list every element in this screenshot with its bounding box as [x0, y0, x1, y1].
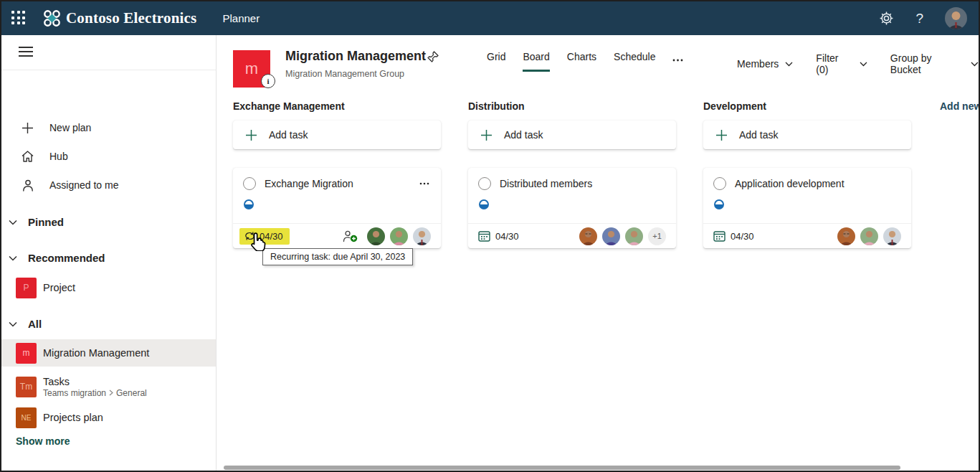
- user-avatar[interactable]: [945, 7, 967, 29]
- hamburger-menu-icon[interactable]: [19, 47, 33, 57]
- plan-icon: NE: [16, 407, 37, 428]
- assignee-avatar[interactable]: [413, 227, 431, 245]
- calendar-icon: [713, 230, 726, 242]
- add-new-bucket-link[interactable]: Add new: [940, 100, 980, 112]
- assign-person-icon[interactable]: [343, 230, 358, 242]
- in-progress-status-icon[interactable]: [714, 199, 724, 209]
- assignee-avatar[interactable]: [390, 227, 408, 245]
- task-title: Distributed members: [500, 178, 666, 189]
- add-task-button[interactable]: Add task: [468, 121, 676, 149]
- assignee-avatar[interactable]: [579, 227, 597, 245]
- sidebar-plan-migration-management[interactable]: m Migration Management: [1, 339, 216, 367]
- sidebar-plan-project[interactable]: P Project: [1, 275, 216, 301]
- sidebar-item-label: Assigned to me: [49, 179, 119, 191]
- pin-icon[interactable]: [427, 50, 439, 63]
- plus-icon: [21, 122, 34, 134]
- assignee-avatar[interactable]: [367, 227, 385, 245]
- add-task-label: Add task: [269, 129, 308, 141]
- chevron-down-icon: [9, 255, 17, 261]
- assignee-avatar[interactable]: [625, 227, 643, 245]
- info-icon[interactable]: i: [261, 74, 275, 88]
- add-task-label: Add task: [504, 129, 543, 141]
- sidebar-item-label: Hub: [49, 151, 68, 162]
- in-progress-status-icon[interactable]: [244, 199, 254, 209]
- plan-icon: m: [16, 343, 37, 364]
- chevron-down-icon: [9, 321, 17, 327]
- task-card-distributed-members[interactable]: Distributed members 04/30: [468, 168, 676, 248]
- recurring-due-date-chip[interactable]: 04/30: [239, 228, 290, 245]
- left-sidebar: New plan Hub Assigned to me Pinned Recom…: [1, 35, 217, 472]
- assignee-avatar[interactable]: [602, 227, 620, 245]
- sidebar-item-label: New plan: [49, 122, 91, 133]
- due-date: 04/30: [731, 231, 754, 242]
- plan-label: Projects plan: [43, 412, 103, 423]
- page-title: Migration Management: [285, 49, 426, 64]
- settings-gear-icon[interactable]: [879, 11, 894, 26]
- sidebar-item-new-plan[interactable]: New plan: [1, 118, 216, 138]
- tab-charts[interactable]: Charts: [567, 51, 596, 72]
- tab-schedule[interactable]: Schedule: [614, 51, 655, 72]
- chevron-down-icon: [860, 62, 867, 67]
- chevron-down-icon: [9, 220, 17, 225]
- bucket-title-distribution: Distribution: [468, 100, 525, 112]
- chevron-down-icon: [971, 62, 979, 67]
- calendar-icon: [478, 230, 490, 242]
- assignee-avatar[interactable]: [883, 227, 901, 245]
- section-label: Recommended: [28, 252, 105, 264]
- help-button[interactable]: ?: [915, 11, 923, 27]
- plan-label: Project: [43, 282, 75, 293]
- due-date-chip[interactable]: 04/30: [713, 230, 754, 242]
- chevron-right-icon: [109, 390, 113, 396]
- group-by-dropdown[interactable]: Group by Bucket: [890, 52, 979, 75]
- sidebar-item-assigned-to-me[interactable]: Assigned to me: [1, 175, 216, 195]
- assignee-overflow-badge[interactable]: +1: [648, 227, 666, 245]
- plan-breadcrumb: Teams migration General: [43, 388, 147, 398]
- show-more-link[interactable]: Show more: [16, 435, 70, 447]
- app-launcher-waffle-icon[interactable]: [11, 11, 27, 26]
- section-recommended[interactable]: Recommended: [1, 252, 216, 264]
- person-icon: [21, 179, 34, 192]
- task-card-exchange-migration[interactable]: Exchange Migration 04/30: [233, 168, 441, 248]
- assignee-avatar[interactable]: [837, 227, 855, 245]
- members-dropdown[interactable]: Members: [737, 52, 793, 75]
- task-card-application-development[interactable]: Application development 04/30: [703, 168, 911, 248]
- task-more-ellipsis-icon[interactable]: [418, 182, 431, 185]
- plus-icon: [716, 130, 727, 141]
- recurring-task-tooltip: Recurring task: due April 30, 2023: [262, 248, 413, 265]
- sidebar-plan-tasks[interactable]: Tm Tasks Teams migration General: [1, 369, 216, 404]
- in-progress-status-icon[interactable]: [479, 199, 489, 209]
- plan-icon: P: [16, 278, 37, 298]
- filter-dropdown[interactable]: Filter (0): [816, 52, 867, 75]
- due-date-chip[interactable]: 04/30: [478, 230, 519, 242]
- assignee-avatar[interactable]: [860, 227, 878, 245]
- add-task-button[interactable]: Add task: [233, 121, 441, 149]
- more-tabs-ellipsis-icon[interactable]: [672, 51, 683, 72]
- view-tabs: Grid Board Charts Schedule: [487, 51, 683, 72]
- task-complete-checkbox[interactable]: [243, 177, 256, 190]
- task-complete-checkbox[interactable]: [713, 177, 726, 190]
- task-complete-checkbox[interactable]: [478, 177, 491, 190]
- recurring-icon: [244, 232, 255, 240]
- breadcrumb-team: Teams migration: [43, 388, 106, 398]
- tab-board[interactable]: Board: [523, 51, 549, 72]
- section-label: All: [28, 318, 42, 330]
- add-task-button[interactable]: Add task: [703, 121, 911, 149]
- plan-icon: Tm: [16, 377, 37, 397]
- filter-label: Filter (0): [816, 52, 853, 75]
- horizontal-scrollbar[interactable]: [224, 466, 900, 470]
- contoso-logo-icon: [42, 9, 62, 28]
- sidebar-divider: [1, 70, 216, 70]
- sidebar-item-hub[interactable]: Hub: [1, 146, 216, 166]
- section-pinned[interactable]: Pinned: [1, 216, 216, 228]
- task-title: Exchange Migration: [265, 178, 409, 189]
- section-all[interactable]: All: [1, 318, 216, 330]
- app-title: Planner: [223, 12, 260, 24]
- bucket-title-development: Development: [703, 100, 766, 112]
- group-by-label: Group by Bucket: [890, 52, 964, 75]
- sidebar-plan-projects-plan[interactable]: NE Projects plan: [1, 405, 216, 430]
- brand-logo[interactable]: Contoso Electronics: [42, 9, 197, 28]
- sidebar-divider: [1, 471, 216, 471]
- due-date: 04/30: [495, 231, 519, 242]
- home-icon: [21, 150, 34, 163]
- tab-grid[interactable]: Grid: [487, 51, 505, 72]
